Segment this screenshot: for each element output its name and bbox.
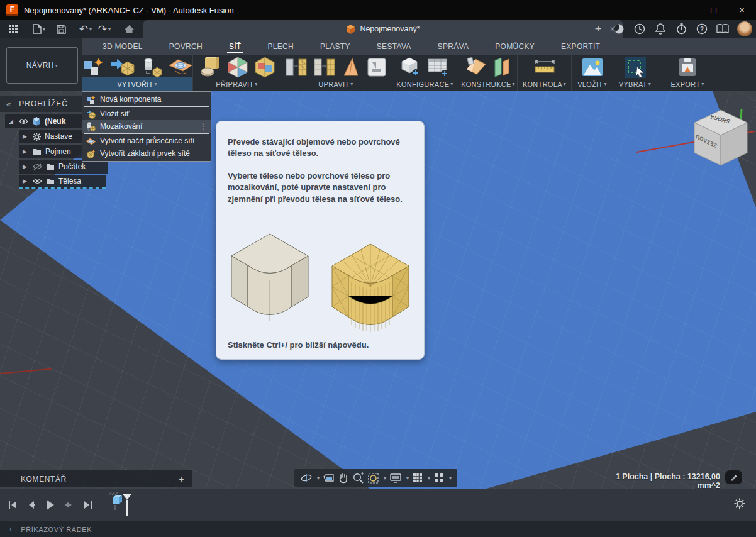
- visibility-off-icon[interactable]: [33, 163, 42, 170]
- browser-item-named-views[interactable]: ▶ Pojmen: [19, 145, 86, 158]
- convert-mesh-icon[interactable]: [366, 57, 387, 78]
- generate-icon[interactable]: [199, 57, 221, 78]
- browser-item-settings[interactable]: ▶ Nastave: [19, 130, 86, 143]
- menu-item-new-component[interactable]: Nová komponenta: [82, 93, 211, 106]
- select-icon[interactable]: [624, 56, 647, 79]
- group-label-konfigurace[interactable]: KONFIGURACE▾: [392, 77, 458, 91]
- tessellate-icon[interactable]: [141, 57, 162, 78]
- view-cube[interactable]: SHORA ZEZADU: [689, 105, 752, 168]
- fit-icon[interactable]: [367, 472, 379, 484]
- document-tab[interactable]: Nepojmenovaný* ×: [143, 20, 623, 38]
- tab-povrch[interactable]: POVRCH: [156, 38, 216, 55]
- browser-item-bodies[interactable]: ▶ Tělesa: [19, 175, 106, 189]
- timeline-go-end-button[interactable]: [81, 497, 96, 512]
- browser-item-root[interactable]: ◢ (Neuk: [5, 114, 86, 128]
- tree-collapsed-icon[interactable]: ▶: [23, 163, 29, 170]
- timeline-step-back-button[interactable]: [24, 497, 39, 512]
- caret-down-icon[interactable]: ▾: [449, 475, 452, 481]
- group-label-upravit[interactable]: UPRAVIT▾: [282, 77, 390, 91]
- new-tab-button[interactable]: +: [592, 23, 604, 35]
- offset-plane-icon[interactable]: [492, 57, 511, 78]
- mesh-section-sketch-icon[interactable]: [168, 57, 193, 78]
- insert-image-icon[interactable]: [581, 57, 604, 77]
- close-button[interactable]: ×: [728, 0, 756, 20]
- tab-sprava[interactable]: SPRÁVA: [425, 38, 482, 55]
- menu-item-tessellate[interactable]: Mozaikování ⋮: [82, 120, 211, 133]
- comment-bar[interactable]: KOMENTÁŘ +: [0, 470, 192, 487]
- menu-item-insert-mesh[interactable]: Vložit síť: [82, 108, 211, 120]
- job-status-icon[interactable]: [675, 23, 687, 35]
- export-image-icon[interactable]: [677, 57, 698, 77]
- collapse-panel-icon[interactable]: «: [6, 99, 11, 109]
- recent-clock-icon[interactable]: [633, 23, 646, 35]
- tab-3d-model[interactable]: 3D MODEL: [89, 38, 156, 55]
- viewports-icon[interactable]: [433, 472, 445, 484]
- group-label-konstrukce[interactable]: KONSTRUKCE▾: [460, 77, 516, 91]
- learning-book-icon[interactable]: [716, 23, 729, 35]
- visibility-eye-icon[interactable]: [19, 118, 28, 125]
- redo-button[interactable]: ↷▾: [97, 21, 112, 36]
- caret-down-icon[interactable]: ▾: [406, 475, 409, 481]
- help-icon[interactable]: ?: [696, 23, 708, 35]
- home-view-button[interactable]: [121, 21, 136, 36]
- group-label-pripravit[interactable]: PŘIPRAVIT▾: [194, 77, 280, 91]
- group-label-export[interactable]: EXPORT▾: [658, 77, 717, 91]
- maximize-button[interactable]: □: [699, 0, 728, 20]
- caret-down-icon[interactable]: ▾: [428, 475, 430, 481]
- group-label-kontrola[interactable]: KONTROLA▾: [518, 77, 570, 91]
- construction-plane-icon[interactable]: [465, 57, 487, 78]
- group-label-vybrat[interactable]: VYBRAT▾: [614, 77, 656, 91]
- unfold-icon[interactable]: [342, 57, 360, 78]
- tab-pomucky[interactable]: POMŮCKY: [482, 38, 548, 55]
- caret-down-icon[interactable]: ▾: [384, 475, 386, 481]
- save-button[interactable]: [53, 21, 69, 36]
- insert-mesh-icon[interactable]: [110, 57, 135, 78]
- configure-body-icon[interactable]: [400, 57, 421, 78]
- configure-table-icon[interactable]: [427, 57, 450, 78]
- timeline-play-button[interactable]: [43, 497, 58, 512]
- measure-icon[interactable]: [532, 57, 557, 78]
- orbit-icon[interactable]: [300, 472, 313, 484]
- add-comment-button[interactable]: +: [179, 474, 184, 484]
- tab-sit[interactable]: SÍŤ: [216, 38, 255, 55]
- expand-command-line-icon[interactable]: +: [8, 524, 13, 534]
- tab-sestava[interactable]: SESTAVA: [364, 38, 425, 55]
- caret-down-icon[interactable]: ▾: [317, 475, 320, 481]
- remesh-icon[interactable]: [254, 57, 275, 78]
- design-type-selector[interactable]: NÁVRH▾: [6, 47, 78, 84]
- timeline-settings-gear-icon[interactable]: [733, 497, 746, 510]
- app-grid-icon[interactable]: [6, 21, 21, 36]
- measure-badge[interactable]: [725, 470, 742, 484]
- command-line-bar[interactable]: + PŘÍKAZOVÝ ŘÁDEK: [0, 521, 756, 537]
- look-at-icon[interactable]: [323, 473, 335, 484]
- zoom-icon[interactable]: [352, 472, 364, 484]
- group-label-vlozit[interactable]: VLOŽIT▾: [572, 77, 612, 91]
- user-avatar[interactable]: [737, 21, 752, 36]
- undo-button[interactable]: ↶▾: [78, 21, 93, 36]
- tab-exportit[interactable]: EXPORTIT: [548, 38, 613, 55]
- direct-edit-icon[interactable]: [285, 57, 308, 78]
- tree-collapsed-icon[interactable]: ▶: [23, 133, 29, 140]
- tab-plech[interactable]: PLECH: [254, 38, 307, 55]
- tree-expanded-icon[interactable]: ◢: [9, 118, 15, 125]
- browser-item-origin[interactable]: ▶ Počátek: [19, 160, 108, 174]
- kebab-menu-icon[interactable]: ⋮: [199, 122, 207, 131]
- file-menu-button[interactable]: ▾: [31, 21, 47, 36]
- group-label-vytvorit[interactable]: VYTVOŘIT▾: [82, 77, 192, 91]
- tab-plasty[interactable]: PLASTY: [307, 38, 364, 55]
- grid-snap-icon[interactable]: [412, 472, 423, 484]
- menu-item-mesh-section-sketch[interactable]: Vytvořit náčrt průsečnice sítí: [82, 135, 211, 147]
- display-settings-icon[interactable]: [389, 473, 402, 484]
- visibility-eye-icon[interactable]: [33, 178, 42, 184]
- pan-hand-icon[interactable]: [338, 472, 349, 484]
- minimize-button[interactable]: —: [671, 0, 699, 20]
- extensions-icon[interactable]: [613, 23, 625, 35]
- timeline-go-start-button[interactable]: [5, 497, 20, 512]
- timeline-step-forward-button[interactable]: [62, 497, 77, 512]
- timeline-track[interactable]: [104, 491, 142, 519]
- new-component-icon[interactable]: [82, 57, 104, 78]
- tree-collapsed-icon[interactable]: ▶: [23, 178, 29, 184]
- notifications-bell-icon[interactable]: [654, 23, 667, 35]
- reduce-icon[interactable]: [227, 57, 248, 78]
- tree-collapsed-icon[interactable]: ▶: [23, 148, 29, 155]
